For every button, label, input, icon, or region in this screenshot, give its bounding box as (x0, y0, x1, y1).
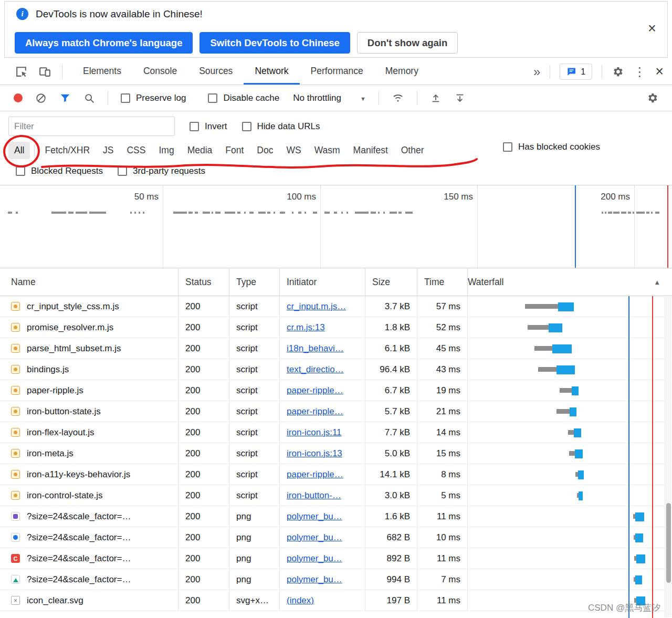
network-conditions-icon[interactable] (392, 92, 404, 104)
export-har-icon[interactable] (454, 92, 466, 104)
tab-elements[interactable]: Elements (72, 59, 132, 85)
overview-tick-label: 150 ms (444, 192, 473, 202)
column-header-waterfall[interactable]: Waterfall ▲ (468, 268, 672, 296)
filter-funnel-icon[interactable] (59, 92, 71, 104)
filter-chip-img[interactable]: Img (153, 142, 180, 159)
table-row[interactable]: paper-ripple.js 200 script paper-ripple…… (0, 380, 672, 401)
initiator-link[interactable]: iron-button-… (287, 490, 341, 501)
issues-button[interactable]: 1 (560, 64, 592, 80)
tab-memory[interactable]: Memory (374, 59, 429, 85)
column-header-size[interactable]: Size (365, 268, 417, 296)
column-header-name[interactable]: Name (0, 268, 178, 296)
filter-chip-wasm[interactable]: Wasm (309, 142, 346, 159)
size-cell: 7.7 kB (365, 422, 417, 443)
filter-chip-media[interactable]: Media (182, 142, 218, 159)
initiator-link[interactable]: paper-ripple… (287, 385, 343, 396)
tab-network[interactable]: Network (244, 59, 299, 85)
initiator-link[interactable]: paper-ripple… (287, 469, 343, 480)
column-header-type[interactable]: Type (229, 268, 280, 296)
table-row[interactable]: parse_html_subset.m.js 200 script i18n_b… (0, 338, 672, 359)
devtools-close-icon[interactable] (655, 65, 664, 79)
overview-request-mark (212, 212, 213, 214)
initiator-link[interactable]: iron-icon.js:11 (287, 427, 342, 438)
filter-chip-manifest[interactable]: Manifest (348, 142, 394, 159)
network-settings-gear-icon[interactable] (646, 92, 658, 104)
filter-chip-css[interactable]: CSS (121, 142, 151, 159)
initiator-link[interactable]: text_directio… (287, 364, 344, 375)
filter-chip-all[interactable]: All (8, 142, 30, 159)
initiator-link[interactable]: i18n_behavi… (287, 343, 344, 354)
overview-request-mark (621, 212, 626, 214)
initiator-link[interactable]: cr_input.m.js… (287, 301, 346, 312)
column-header-initiator[interactable]: Initiator (280, 268, 365, 296)
filter-chip-font[interactable]: Font (219, 142, 249, 159)
table-row[interactable]: ?size=24&scale_factor=… 200 png polymer_… (0, 506, 672, 527)
initiator-link[interactable]: polymer_bu… (287, 553, 342, 564)
table-row[interactable]: ?size=24&scale_factor=… 200 png polymer_… (0, 527, 672, 548)
table-row[interactable]: ?size=24&scale_factor=… 200 png polymer_… (0, 548, 672, 569)
column-header-status[interactable]: Status (178, 268, 229, 296)
column-header-time[interactable]: Time (417, 268, 468, 296)
table-row[interactable]: iron-flex-layout.js 200 script iron-icon… (0, 422, 672, 443)
table-row[interactable]: icon_clear.svg 200 svg+x… (index) 197 B … (0, 590, 672, 611)
switch-to-chinese-button[interactable]: Switch DevTools to Chinese (200, 32, 350, 54)
initiator-link[interactable]: polymer_bu… (287, 574, 342, 585)
match-language-button[interactable]: Always match Chrome's language (15, 32, 193, 54)
overview-request-mark (249, 212, 254, 214)
initiator-link[interactable]: polymer_bu… (287, 511, 342, 522)
settings-gear-icon[interactable] (612, 66, 624, 78)
initiator-link[interactable]: polymer_bu… (287, 532, 342, 543)
preserve-log-checkbox[interactable] (121, 93, 130, 103)
initiator-link[interactable]: (index) (287, 595, 314, 606)
kebab-menu-icon[interactable] (633, 65, 646, 79)
infobar-close-button[interactable] (645, 22, 659, 35)
scrollbar-thumb[interactable] (666, 503, 671, 583)
invert-checkbox[interactable] (190, 122, 199, 131)
initiator-link[interactable]: paper-ripple… (287, 406, 343, 417)
search-icon[interactable] (83, 92, 95, 104)
tab-performance[interactable]: Performance (300, 59, 374, 85)
tab-console[interactable]: Console (132, 59, 188, 85)
tab-sources[interactable]: Sources (188, 59, 244, 85)
record-icon[interactable] (14, 93, 23, 102)
has-blocked-cookies-checkbox[interactable] (503, 142, 512, 152)
table-row[interactable]: iron-button-state.js 200 script paper-ri… (0, 401, 672, 422)
waterfall-waiting-bar (528, 325, 550, 330)
scrollbar-track[interactable] (665, 297, 671, 617)
table-row[interactable]: cr_input_style_css.m.js 200 script cr_in… (0, 296, 672, 317)
throttling-select[interactable]: No throttling (293, 93, 366, 103)
time-cell: 10 ms (417, 527, 468, 548)
table-row[interactable]: iron-control-state.js 200 script iron-bu… (0, 485, 672, 506)
table-row[interactable]: iron-a11y-keys-behavior.js 200 script pa… (0, 464, 672, 485)
disable-cache-checkbox[interactable] (208, 93, 217, 103)
filter-input[interactable] (8, 117, 175, 136)
table-row[interactable]: promise_resolver.m.js 200 script cr.m.js… (0, 317, 672, 338)
filter-chip-other[interactable]: Other (395, 142, 430, 159)
table-row[interactable]: bindings.js 200 script text_directio… 96… (0, 359, 672, 380)
filter-chip-fetch-xhr[interactable]: Fetch/XHR (39, 142, 96, 159)
request-name: bindings.js (27, 364, 69, 375)
table-row[interactable]: iron-meta.js 200 script iron-icon.js:13 … (0, 443, 672, 464)
clear-requests-icon[interactable] (35, 92, 47, 104)
initiator-link[interactable]: iron-icon.js:13 (287, 448, 342, 459)
filter-chip-doc[interactable]: Doc (251, 142, 279, 159)
device-toolbar-icon[interactable] (38, 65, 51, 78)
type-cell: script (229, 338, 280, 359)
blocked-requests-checkbox[interactable] (16, 166, 25, 176)
hide-data-urls-checkbox[interactable] (242, 122, 251, 131)
third-party-requests-checkbox[interactable] (118, 166, 127, 176)
more-tabs-icon[interactable] (533, 65, 540, 79)
filter-chip-js[interactable]: JS (97, 142, 119, 159)
table-row[interactable]: ?size=24&scale_factor=… 200 png polymer_… (0, 569, 672, 590)
has-blocked-cookies-label: Has blocked cookies (518, 142, 600, 152)
import-har-icon[interactable] (430, 92, 442, 104)
overview-request-mark (203, 212, 210, 214)
sort-indicator-icon[interactable]: ▲ (654, 278, 660, 286)
initiator-link[interactable]: cr.m.js:13 (287, 322, 325, 333)
filter-chip-ws[interactable]: WS (280, 142, 307, 159)
inspect-element-icon[interactable] (15, 65, 28, 78)
dont-show-again-button[interactable]: Don't show again (357, 32, 458, 54)
overview-strip[interactable]: 50 ms100 ms150 ms200 ms (0, 185, 672, 268)
overview-request-mark (139, 212, 140, 214)
domcontentloaded-line (628, 296, 629, 618)
